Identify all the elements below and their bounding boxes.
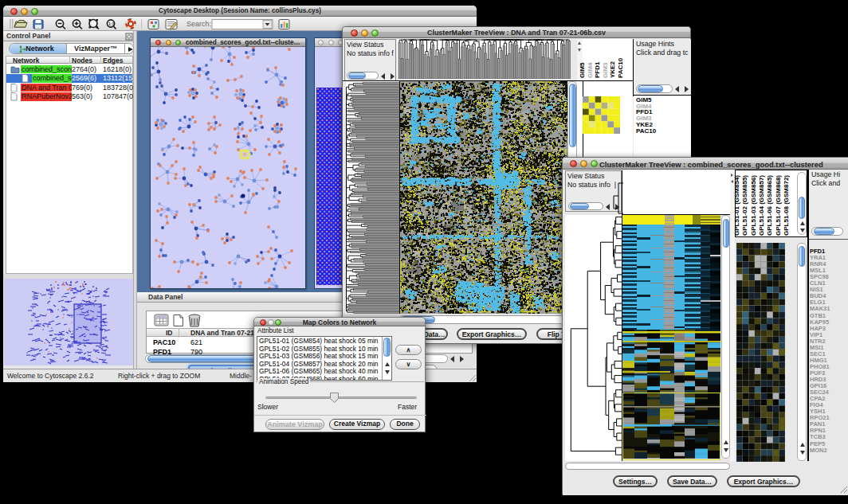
svg-text:1:1: 1:1 <box>108 21 114 26</box>
svg-text:Search:: Search: <box>186 20 211 28</box>
